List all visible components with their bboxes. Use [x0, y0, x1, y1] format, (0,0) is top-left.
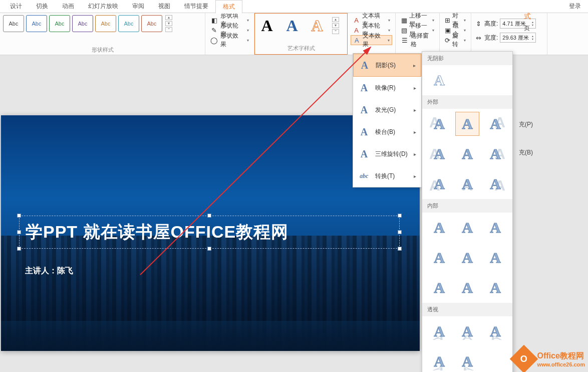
- text-effects-icon: A: [353, 36, 361, 44]
- text-effect-3drotate[interactable]: A 三维旋转(D)▸: [353, 143, 421, 165]
- rightpanel-opt1[interactable]: 充(P): [519, 120, 533, 129]
- wordart-more[interactable]: ▴▾⁼: [332, 17, 339, 34]
- rotate3d-icon: A: [358, 148, 370, 160]
- shape-effects[interactable]: ◯形状效果▾: [208, 35, 251, 45]
- shadow-inner-5[interactable]: A: [455, 246, 479, 270]
- shape-style-6[interactable]: Abc: [118, 15, 139, 32]
- height-row: ⇕ 高度: 4.71 厘米▴▾: [474, 18, 544, 29]
- send-backward-icon: ▧: [401, 26, 407, 34]
- tab-design[interactable]: 设计: [3, 0, 29, 13]
- shadow-persp-2[interactable]: AA: [455, 319, 479, 343]
- ribbon: Abc Abc Abc Abc Abc Abc Abc ▴▾⁼ 形状样式 ◧形状…: [0, 13, 588, 55]
- watermark-line2: www.office26.com: [537, 361, 585, 367]
- rightpanel-fragment: 式 页: [524, 12, 531, 33]
- shape-style-7[interactable]: Abc: [141, 15, 162, 32]
- shape-style-1[interactable]: Abc: [3, 15, 24, 32]
- tab-slideshow[interactable]: 幻灯片放映: [81, 0, 125, 13]
- height-icon: ⇕: [474, 20, 482, 28]
- presenter-text[interactable]: 主讲人：陈飞: [25, 266, 73, 276]
- text-effect-transform[interactable]: abc 转换(T)▸: [353, 165, 421, 187]
- shadow-inner-1[interactable]: A: [427, 216, 451, 240]
- bevel-icon: A: [358, 126, 370, 138]
- shadow-persp-4[interactable]: AA: [427, 349, 451, 372]
- shape-style-3[interactable]: Abc: [49, 15, 70, 32]
- shadow-outer-6[interactable]: AA: [483, 142, 507, 166]
- watermark: O Office教程网 www.office26.com: [514, 349, 585, 369]
- text-effect-glow[interactable]: A 发光(G)▸: [353, 99, 421, 121]
- shadow-inner-3[interactable]: A: [483, 216, 507, 240]
- shadow-outer-7[interactable]: AA: [427, 172, 451, 196]
- tab-transition[interactable]: 切换: [29, 0, 55, 13]
- shadow-none[interactable]: A: [427, 68, 451, 92]
- shadow-outer-4[interactable]: AA: [427, 142, 451, 166]
- rotate[interactable]: ⟳旋转▾: [443, 35, 468, 45]
- title-textbox[interactable]: 学PPT 就在读书屋OFFICE教程网: [19, 216, 400, 249]
- slide-title-text[interactable]: 学PPT 就在读书屋OFFICE教程网: [20, 221, 288, 244]
- text-effects-menu: A 阴影(S)▸ A 映像(R)▸ A 发光(G)▸ A 棱台(B)▸ A 三维…: [353, 53, 422, 188]
- shadow-persp-3[interactable]: AA: [483, 319, 507, 343]
- wordart-style-2[interactable]: A: [281, 15, 303, 37]
- shape-style-4[interactable]: Abc: [72, 15, 93, 32]
- text-fill-icon: A: [353, 16, 360, 24]
- shadow-perspective-header: 透视: [422, 303, 512, 316]
- shadow-outer-1[interactable]: AA: [427, 112, 451, 136]
- bucket-icon: ◧: [210, 16, 218, 24]
- ribbon-tabs: 设计 切换 动画 幻灯片放映 审阅 视图 情节提要 格式 登录: [0, 0, 588, 13]
- width-row: ⇔ 宽度: 29.63 厘米▴▾: [474, 32, 544, 43]
- slide-background-city: [1, 236, 420, 351]
- tab-format[interactable]: 格式: [215, 0, 242, 14]
- group-icon: ▣: [445, 26, 451, 34]
- shadow-persp-5[interactable]: AA: [455, 349, 479, 372]
- watermark-logo: O: [510, 345, 538, 372]
- width-input[interactable]: 29.63 厘米▴▾: [500, 33, 536, 43]
- tab-animation[interactable]: 动画: [55, 0, 81, 13]
- login-link[interactable]: 登录: [562, 0, 588, 13]
- align-icon: ⊞: [445, 16, 450, 24]
- shadow-inner-2[interactable]: A: [455, 216, 479, 240]
- selection-pane[interactable]: ☰选择窗格: [399, 35, 436, 45]
- shape-style-2[interactable]: Abc: [26, 15, 47, 32]
- shadow-inner-7[interactable]: A: [427, 276, 451, 300]
- text-effects[interactable]: A文本效果▾: [351, 35, 392, 45]
- bring-forward-icon: ▦: [401, 16, 407, 24]
- pen-icon: ✎: [210, 26, 218, 34]
- shadow-inner-9[interactable]: A: [483, 276, 507, 300]
- height-label: 高度:: [484, 20, 498, 28]
- shadow-outer-8[interactable]: AA: [455, 172, 479, 196]
- watermark-line1: Office教程网: [537, 351, 585, 361]
- width-icon: ⇔: [474, 34, 482, 42]
- shadow-icon: A: [359, 59, 371, 71]
- shadow-gallery: 无阴影 A 外部 AA AA AA AA AA AA AA AA AA 内部 A…: [422, 51, 513, 372]
- width-label: 宽度:: [484, 34, 498, 42]
- transform-icon: abc: [358, 170, 370, 182]
- tab-view[interactable]: 视图: [151, 0, 177, 13]
- shadow-inner-6[interactable]: A: [483, 246, 507, 270]
- shadow-outer-header: 外部: [422, 95, 512, 109]
- tab-review[interactable]: 审阅: [125, 0, 151, 13]
- wordart-style-1[interactable]: A: [256, 15, 278, 37]
- text-effect-bevel[interactable]: A 棱台(B)▸: [353, 121, 421, 143]
- shape-style-5[interactable]: Abc: [95, 15, 116, 32]
- shapes-group-title: 形状样式: [3, 45, 202, 55]
- selection-icon: ☰: [401, 36, 409, 44]
- shadow-outer-9[interactable]: AA: [483, 172, 507, 196]
- shadow-outer-2[interactable]: AA: [455, 112, 479, 136]
- glow-icon: A: [358, 104, 370, 116]
- rightpanel-opt2[interactable]: 充(B): [519, 148, 533, 157]
- reflection-icon: A: [358, 82, 370, 94]
- shape-style-more[interactable]: ▴▾⁼: [165, 15, 172, 32]
- shadow-outer-3[interactable]: AA: [483, 112, 507, 136]
- shadow-inner-8[interactable]: A: [455, 276, 479, 300]
- shadow-outer-5[interactable]: AA: [455, 142, 479, 166]
- wordart-group-title: 艺术字样式: [256, 44, 346, 53]
- wordart-style-3[interactable]: A: [306, 15, 328, 37]
- text-effect-reflection[interactable]: A 映像(R)▸: [353, 77, 421, 99]
- rotate-icon: ⟳: [445, 36, 450, 44]
- text-outline-icon: A: [353, 26, 360, 34]
- shadow-inner-4[interactable]: A: [427, 246, 451, 270]
- shadow-persp-1[interactable]: AA: [427, 319, 451, 343]
- tab-storyboard[interactable]: 情节提要: [177, 0, 215, 13]
- text-effect-shadow[interactable]: A 阴影(S)▸: [353, 54, 421, 77]
- shadow-inner-header: 内部: [422, 199, 512, 213]
- shadow-none-header: 无阴影: [422, 52, 512, 65]
